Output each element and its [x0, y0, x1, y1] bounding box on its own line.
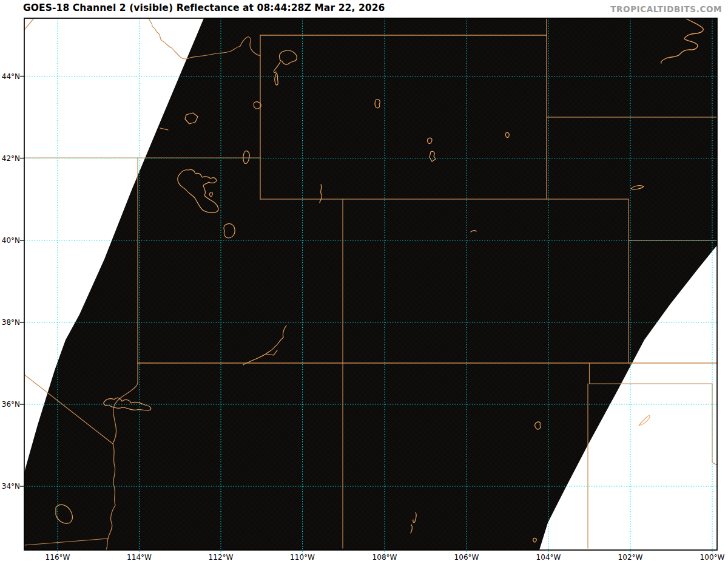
- goes-satellite-page: GOES-18 Channel 2 (visible) Reflectance …: [0, 0, 728, 564]
- y-tick-label-3: 38°N: [1, 318, 20, 327]
- y-tick-label-2: 40°N: [1, 236, 20, 245]
- satellite-swath: [24, 18, 717, 550]
- x-tick-label-5: 106°W: [454, 553, 479, 562]
- x-tick-label-2: 112°W: [209, 553, 234, 562]
- y-tick-label-4: 36°N: [1, 400, 20, 409]
- y-tick-label-5: 34°N: [1, 482, 20, 491]
- x-tick-label-1: 114°W: [127, 553, 152, 562]
- y-tick-label-1: 42°N: [1, 154, 20, 163]
- y-tick-label-0: 44°N: [1, 72, 20, 81]
- axis-ticks: [20, 76, 24, 487]
- lake-meredith: [639, 416, 650, 426]
- satellite-map: [0, 0, 728, 564]
- x-tick-label-3: 110°W: [290, 553, 315, 562]
- border-100w-tx-ok: [712, 384, 717, 465]
- border-corner-arc: [24, 18, 34, 30]
- x-tick-label-0: 116°W: [46, 553, 70, 562]
- x-tick-label-8: 100°W: [700, 553, 725, 562]
- x-tick-label-6: 104°W: [536, 553, 561, 562]
- x-tick-label-4: 108°W: [372, 553, 397, 562]
- swath-texture: [24, 18, 717, 550]
- x-tick-label-7: 102°W: [618, 553, 643, 562]
